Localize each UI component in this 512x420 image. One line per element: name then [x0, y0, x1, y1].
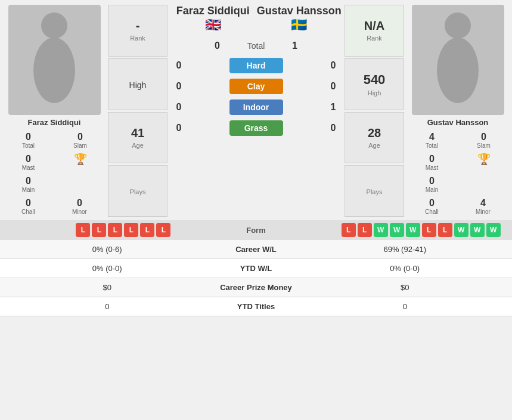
main-layout: Faraz Siddiqui 0 Total 0 Slam 0 Mast 🏆 [0, 0, 512, 220]
left-minor-cell: 0 Minor [71, 196, 88, 217]
right-mast-cell: 0 Mast [407, 152, 457, 173]
left-minor-value: 0 [77, 198, 82, 209]
left-player-stats: 0 Total 0 Slam 0 Mast 🏆 0 Main [3, 130, 105, 217]
right-flag-icon: 🇸🇪 [291, 17, 307, 33]
bottom-row-1-right: 0% (0-0) [304, 264, 507, 273]
bottom-row-1-label: YTD W/L [209, 264, 304, 273]
right-player-photo [412, 5, 504, 115]
left-mast-label: Mast [22, 164, 35, 171]
left-main-cell: 0 Main [3, 174, 54, 195]
right-mast-label: Mast [426, 164, 439, 171]
left-slam-label: Slam [73, 142, 87, 149]
left-total-label: Total [22, 142, 35, 149]
clay-row: 0 Clay 0 [170, 77, 342, 96]
bottom-row-3-left: 0 [6, 302, 209, 311]
left-player-area: Faraz Siddiqui 0 Total 0 Slam 0 Mast 🏆 [3, 5, 105, 217]
indoor-row: 0 Indoor 1 [170, 98, 342, 117]
right-main-cell: 0 Main [407, 174, 457, 195]
svg-point-2 [445, 13, 471, 39]
right-age-value: 28 [368, 126, 381, 140]
left-mast-value: 0 [26, 154, 31, 164]
right-high-value: 540 [364, 72, 386, 88]
left-trophy-icon: 🏆 [74, 154, 87, 164]
right-rank-label: Rank [367, 35, 382, 42]
right-plays-label: Plays [367, 188, 383, 195]
clay-badge: Clay [229, 79, 283, 94]
right-trophy-icon: 🏆 [477, 154, 491, 164]
courts-wrapper: 0 Hard 0 0 Clay 0 0 Indoor 1 [170, 56, 342, 138]
middle-area: - Rank High 41 Age Plays [108, 5, 404, 217]
left-rank-label: Rank [130, 35, 145, 42]
svg-point-1 [33, 38, 75, 103]
bottom-row-1-left: 0% (0-0) [6, 264, 209, 273]
right-form-7: L [438, 223, 452, 237]
bottom-row-0-left: 0% (0-6) [6, 245, 209, 254]
form-row: L L L L L L Form L L W W W L L W W W [0, 220, 512, 240]
form-label: Form [173, 226, 338, 235]
left-flag-icon: 🇬🇧 [205, 17, 221, 33]
left-form-badges: L L L L L L [6, 223, 170, 237]
bottom-row-0-label: Career W/L [209, 245, 304, 254]
left-form-4: L [124, 223, 138, 237]
total-right-score: 1 [286, 41, 304, 51]
left-form-5: L [140, 223, 154, 237]
bottom-row-2: $0 Career Prize Money $0 [0, 278, 512, 297]
left-rank-box: - Rank [108, 5, 167, 57]
left-minor-label: Minor [72, 209, 87, 215]
bottom-row-2-left: $0 [6, 283, 209, 292]
right-form-badges: L L W W W L L W W W [342, 223, 506, 237]
right-minor-label: Minor [476, 209, 491, 215]
right-form-6: L [422, 223, 436, 237]
left-rank-value: - [136, 19, 140, 33]
hard-left-score: 0 [170, 60, 188, 71]
right-slam-value: 0 [481, 132, 486, 142]
right-plays-box: Plays [345, 165, 404, 217]
hard-row: 0 Hard 0 [170, 56, 342, 75]
clay-left-score: 0 [170, 81, 188, 92]
bottom-row-0-right: 69% (92-41) [304, 245, 507, 254]
indoor-right-score: 1 [324, 102, 342, 113]
right-header: Gustav Hansson 🇸🇪 [256, 5, 343, 33]
left-bottom-stats: 0 Chall 0 Minor [3, 196, 105, 217]
hard-right-score: 0 [324, 60, 342, 71]
total-label: Total [232, 41, 280, 51]
left-header: Faraz Siddiqui 🇬🇧 [170, 5, 256, 33]
right-slam-label: Slam [477, 142, 491, 149]
right-chall-value: 0 [429, 198, 435, 209]
left-total-cell: 0 Total [3, 130, 54, 151]
left-form-1: L [76, 223, 90, 237]
right-form-8: W [454, 223, 468, 237]
left-high-box: High [108, 58, 167, 110]
svg-point-0 [41, 13, 67, 39]
right-main-value: 0 [429, 176, 435, 186]
left-total-value: 0 [26, 132, 31, 142]
left-main-label: Main [22, 186, 35, 193]
right-age-label: Age [368, 142, 380, 149]
right-slam-cell: 0 Slam [458, 130, 509, 151]
right-form-4: W [390, 223, 404, 237]
indoor-badge: Indoor [229, 99, 283, 115]
right-form-2: L [358, 223, 372, 237]
left-main-value: 0 [26, 176, 31, 186]
left-player-photo [8, 5, 101, 115]
svg-point-3 [437, 38, 479, 103]
left-info-box: - Rank High 41 Age Plays [108, 5, 167, 217]
right-form-10: W [486, 223, 501, 237]
bottom-row-3-label: YTD Titles [209, 302, 304, 311]
left-slam-cell: 0 Slam [55, 130, 105, 151]
right-form-5: W [406, 223, 420, 237]
right-mast-value: 0 [429, 154, 435, 164]
court-middle: Faraz Siddiqui 🇬🇧 Gustav Hansson 🇸🇪 0 To… [170, 5, 342, 217]
right-chall-label: Chall [425, 209, 439, 215]
right-bottom-stats: 0 Chall 4 Minor [407, 196, 509, 217]
main-container: Faraz Siddiqui 0 Total 0 Slam 0 Mast 🏆 [0, 0, 512, 316]
right-minor-cell: 4 Minor [474, 196, 492, 217]
left-high-label: High [129, 80, 147, 90]
right-player-stats: 4 Total 0 Slam 0 Mast 🏆 0 Main [407, 130, 509, 217]
indoor-left-score: 0 [170, 102, 188, 113]
right-minor-value: 4 [480, 198, 486, 209]
bottom-row-2-right: $0 [304, 283, 507, 292]
hard-badge: Hard [229, 58, 283, 73]
right-player-area: Gustav Hansson 4 Total 0 Slam 0 Mast 🏆 [407, 5, 509, 217]
right-form-1: L [342, 223, 356, 237]
